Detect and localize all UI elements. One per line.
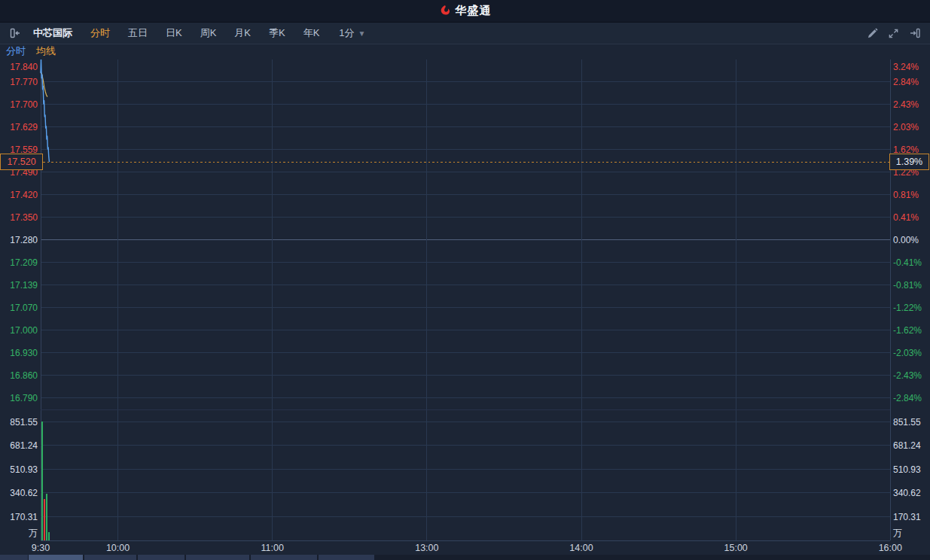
period-tab-月K[interactable]: 月K <box>234 26 251 40</box>
percent-axis-label: 2.43% <box>893 99 919 110</box>
time-axis-label: 15:00 <box>724 543 748 553</box>
percent-axis-label: 2.03% <box>893 122 919 132</box>
chart-scrollbar[interactable] <box>0 555 930 560</box>
scrollbar-segment[interactable] <box>319 555 374 560</box>
price-axis-label: 17.139 <box>10 280 38 291</box>
draw-pencil-icon[interactable] <box>867 28 878 39</box>
scrollbar-segment[interactable] <box>84 555 136 560</box>
time-axis-label: 16:00 <box>879 543 902 553</box>
percent-axis-label: -0.41% <box>893 257 922 268</box>
brand-logo: 华盛通 <box>439 4 492 18</box>
volume-axis-label: 681.24 <box>893 440 921 451</box>
price-axis-label: 17.840 <box>10 62 38 72</box>
percent-axis-label: -1.62% <box>893 325 922 336</box>
open-side-panel-icon[interactable] <box>909 27 921 39</box>
fullscreen-expand-icon[interactable] <box>888 28 899 39</box>
scrollbar-segment[interactable] <box>251 555 317 560</box>
volume-unit-label: 万 <box>29 528 38 538</box>
chevron-down-icon: ▼ <box>358 29 366 38</box>
price-axis-label: 17.629 <box>10 122 38 132</box>
flame-logo-icon <box>439 5 452 17</box>
price-axis-label: 17.000 <box>10 325 38 336</box>
percent-axis-label: 2.84% <box>893 77 919 87</box>
volume-bar <box>46 494 47 540</box>
volume-axis-label: 170.31 <box>10 512 38 522</box>
price-axis-label: 17.700 <box>10 99 38 110</box>
volume-axis-label: 681.24 <box>10 440 38 451</box>
price-axis-label: 16.930 <box>10 348 38 358</box>
percent-axis-label: 0.41% <box>893 212 919 223</box>
trading-app-window: 华盛通 中芯国际 分时五日日K周K月K季K年K 1分 ▼ <box>0 0 930 560</box>
price-axis-label: 17.420 <box>10 190 38 200</box>
interval-dropdown-value: 1分 <box>339 26 354 40</box>
percent-axis-label: 3.24% <box>893 62 919 72</box>
scrollbar-segment[interactable] <box>138 555 184 560</box>
price-axis-label: 17.070 <box>10 303 38 313</box>
current-price-tag: 17.520 <box>0 154 43 170</box>
volume-axis-label: 510.93 <box>10 464 38 475</box>
brand-name: 华盛通 <box>456 4 492 18</box>
interval-dropdown[interactable]: 1分 ▼ <box>339 26 365 40</box>
period-tab-五日[interactable]: 五日 <box>128 26 148 40</box>
time-axis-label: 13:00 <box>415 543 438 553</box>
period-tab-日K[interactable]: 日K <box>166 26 182 40</box>
volume-unit-label: 万 <box>893 528 902 538</box>
price-axis-label: 17.280 <box>10 235 38 245</box>
volume-bar <box>41 422 43 540</box>
volume-axis-label: 170.31 <box>893 512 921 522</box>
period-tab-年K[interactable]: 年K <box>303 26 320 40</box>
price-axis-label: 17.770 <box>10 77 38 87</box>
price-line <box>41 59 50 162</box>
overlay-tab-group: 分时均线 <box>0 44 930 59</box>
price-axis-label: 17.350 <box>10 212 38 223</box>
volume-bar <box>48 532 50 540</box>
scrollbar-segment[interactable] <box>0 555 28 560</box>
chart-toolbar: 中芯国际 分时五日日K周K月K季K年K 1分 ▼ <box>0 23 930 44</box>
overlay-tab-分时[interactable]: 分时 <box>6 44 26 58</box>
percent-axis-label: -2.43% <box>893 370 922 381</box>
toolbar-right-icons <box>867 27 921 39</box>
overlay-tab-均线[interactable]: 均线 <box>36 44 56 58</box>
volume-axis-label: 851.55 <box>893 417 921 428</box>
time-axis-label: 9:30 <box>32 543 50 553</box>
collapse-panel-icon[interactable] <box>9 27 21 39</box>
period-tab-周K[interactable]: 周K <box>200 26 217 40</box>
minute-chart-canvas[interactable]: 17.8403.24%17.7702.84%17.7002.43%17.6292… <box>0 0 930 560</box>
time-axis-label: 11:00 <box>261 543 284 553</box>
time-axis-label: 14:00 <box>569 543 593 553</box>
volume-axis-label: 340.62 <box>893 488 921 498</box>
percent-axis-label: 0.81% <box>893 190 919 200</box>
scrollbar-segment[interactable] <box>186 555 249 560</box>
price-axis-label: 16.860 <box>10 370 38 381</box>
period-tab-group: 分时五日日K周K月K季K年K <box>81 26 328 40</box>
percent-axis-label: -2.84% <box>893 393 922 403</box>
percent-axis-label: 0.00% <box>893 235 919 245</box>
app-header: 华盛通 <box>0 0 930 23</box>
time-axis-label: 10:00 <box>106 543 130 553</box>
volume-bar <box>44 499 45 540</box>
volume-axis-label: 851.55 <box>10 417 38 428</box>
percent-axis-label: -1.22% <box>893 303 922 313</box>
current-change-pct-tag: 1.39% <box>889 154 929 170</box>
percent-axis-label: -2.03% <box>893 348 922 358</box>
period-tab-季K[interactable]: 季K <box>269 26 285 40</box>
volume-axis-label: 510.93 <box>893 464 921 475</box>
percent-axis-label: -0.81% <box>893 280 922 291</box>
price-axis-label: 16.790 <box>10 393 38 403</box>
price-axis-label: 17.209 <box>10 257 38 268</box>
scrollbar-thumb[interactable] <box>29 555 83 560</box>
stock-name-tab[interactable]: 中芯国际 <box>33 26 72 40</box>
period-tab-分时[interactable]: 分时 <box>90 26 110 40</box>
volume-axis-label: 340.62 <box>10 488 38 498</box>
